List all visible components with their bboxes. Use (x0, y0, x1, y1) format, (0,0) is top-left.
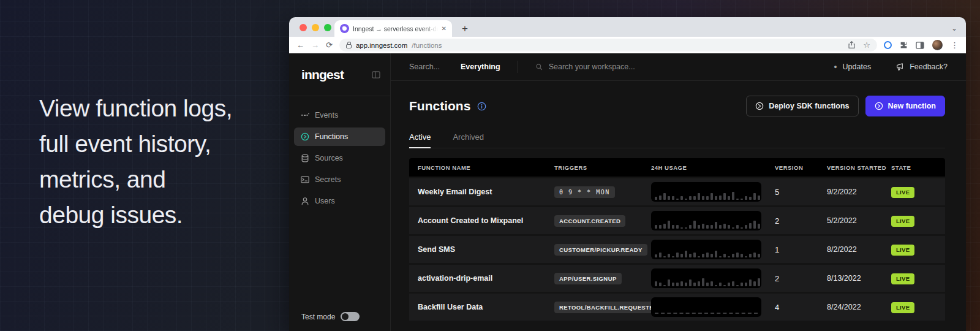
inngest-app: inngest Events Functions Sources (289, 53, 966, 331)
sidebar-item-label: Users (315, 197, 335, 205)
usage-chart (651, 268, 761, 288)
col-triggers: TRIGGERS (554, 164, 651, 171)
trigger-badge: CUSTOMER/PICKUP.READY (554, 244, 647, 256)
browser-menu-icon[interactable]: ⋮ (951, 40, 959, 50)
profile-avatar[interactable] (932, 40, 943, 50)
sidebar-item-functions[interactable]: Functions (294, 127, 385, 146)
feedback-link[interactable]: Feedback? (910, 63, 948, 71)
hero-headline: View function logs, full event history, … (39, 91, 232, 233)
new-tab-button[interactable]: + (462, 23, 468, 34)
browser-window: Inngest → serverless event-dri ✕ + ⌄ ← →… (289, 17, 966, 331)
usage-chart (651, 297, 761, 317)
browser-url-bar: ← → ⟳ app.inngest.com /functions ☆ ⋮ (289, 37, 966, 53)
trigger-badge: ACCOUNT.CREATED (554, 215, 625, 227)
url-domain: app.inngest.com (356, 42, 407, 49)
back-button[interactable]: ← (296, 41, 304, 49)
sidebar-item-label: Events (315, 111, 338, 120)
functions-table: FUNCTION NAME TRIGGERS 24H USAGE VERSION… (409, 158, 945, 321)
hero-line: metrics, and (39, 162, 232, 197)
table-row[interactable]: Weekly Email Digest 0 9 * * MON 5 9/2/20… (409, 178, 945, 205)
version-value: 2 (775, 216, 827, 226)
minimize-window-button[interactable] (312, 24, 319, 31)
tab-search-chevron-icon[interactable]: ⌄ (951, 25, 957, 32)
sidebar-item-secrets[interactable]: Secrets (294, 170, 385, 189)
usage-chart (651, 211, 761, 230)
trigger-badge: 0 9 * * MON (554, 186, 615, 198)
functions-icon (301, 132, 309, 141)
window-controls (300, 24, 331, 31)
app-sidebar: inngest Events Functions Sources (289, 53, 391, 331)
deploy-button-label: Deploy SDK functions (769, 102, 849, 110)
inngest-favicon-icon (340, 24, 349, 33)
version-started-value: 8/13/2022 (827, 274, 891, 283)
tab-title: Inngest → serverless event-dri (353, 25, 438, 32)
version-started-value: 9/2/2022 (827, 188, 891, 196)
deploy-icon (755, 102, 764, 110)
col-24h-usage: 24H USAGE (651, 164, 775, 171)
sidebar-item-users[interactable]: Users (294, 192, 385, 210)
table-row[interactable]: Account Created to Mixpanel ACCOUNT.CREA… (409, 207, 945, 234)
onepassword-icon[interactable] (884, 41, 892, 49)
updates-dot-icon: ● (834, 64, 837, 70)
table-row[interactable]: activation-drip-email APP/USER.SIGNUP 2 … (409, 265, 945, 292)
tab-active[interactable]: Active (409, 132, 431, 148)
marketing-scene: View function logs, full event history, … (0, 0, 980, 331)
sidebar-item-sources[interactable]: Sources (294, 149, 385, 167)
page-title: Functions (409, 99, 470, 113)
function-tabs: Active Archived (409, 132, 945, 148)
sidebar-item-events[interactable]: Events (294, 106, 385, 124)
table-row[interactable]: Backfill User Data RETOOL/BACKFILL.REQUE… (409, 294, 945, 321)
close-window-button[interactable] (300, 24, 307, 31)
browser-tab[interactable]: Inngest → serverless event-dri ✕ (334, 20, 452, 37)
deploy-sdk-functions-button[interactable]: Deploy SDK functions (746, 96, 858, 116)
col-function-name: FUNCTION NAME (409, 164, 554, 171)
version-value: 5 (775, 188, 827, 197)
table-row[interactable]: Send SMS CUSTOMER/PICKUP.READY 1 8/2/202… (409, 236, 945, 263)
version-value: 4 (775, 303, 827, 312)
search-scope[interactable]: Everything (461, 63, 500, 71)
extensions-puzzle-icon[interactable] (900, 41, 908, 49)
tab-archived[interactable]: Archived (453, 132, 484, 148)
share-icon[interactable] (848, 41, 856, 49)
sidebar-item-label: Sources (315, 154, 343, 162)
col-version-started: VERSION STARTED (827, 164, 891, 171)
url-path: /functions (412, 42, 442, 49)
app-main: Search... Everything ● Updates Feedback? (391, 53, 966, 331)
test-mode-label: Test mode (301, 313, 335, 321)
reload-button[interactable]: ⟳ (326, 41, 333, 49)
forward-button[interactable]: → (311, 41, 319, 49)
search-label[interactable]: Search... (409, 63, 440, 71)
users-icon (301, 197, 309, 205)
table-header: FUNCTION NAME TRIGGERS 24H USAGE VERSION… (409, 158, 945, 177)
hero-line: full event history, (39, 126, 232, 162)
sidebar-panel-icon[interactable] (916, 42, 924, 49)
col-state: STATE (891, 164, 945, 171)
zoom-window-button[interactable] (324, 24, 331, 31)
version-started-value: 8/2/2022 (827, 245, 891, 254)
state-badge: LIVE (891, 187, 914, 198)
new-function-button[interactable]: New function (865, 96, 945, 116)
usage-chart (651, 240, 761, 259)
sidebar-collapse-icon[interactable] (372, 71, 380, 78)
state-badge: LIVE (891, 273, 914, 284)
search-icon (535, 63, 543, 70)
test-mode-toggle[interactable] (341, 312, 360, 321)
browser-tab-strip: Inngest → serverless event-dri ✕ + ⌄ (289, 17, 966, 37)
new-function-button-label: New function (888, 102, 936, 110)
sidebar-item-label: Secrets (315, 175, 341, 184)
version-started-value: 8/24/2022 (827, 303, 891, 311)
bookmark-star-icon[interactable]: ☆ (863, 40, 870, 50)
usage-chart (651, 182, 761, 202)
address-bar[interactable]: app.inngest.com /functions ☆ (339, 39, 877, 51)
sidebar-nav: Events Functions Sources Secrets (289, 96, 390, 210)
info-icon[interactable] (477, 102, 486, 111)
updates-link[interactable]: Updates (843, 63, 872, 71)
hero-line: View function logs, (39, 91, 232, 126)
new-function-icon (875, 102, 883, 110)
state-badge: LIVE (891, 216, 914, 227)
version-value: 2 (775, 274, 827, 283)
tab-close-icon[interactable]: ✕ (442, 25, 447, 32)
version-started-value: 5/2/2022 (827, 216, 891, 225)
workspace-search-input[interactable] (549, 63, 684, 71)
function-name: Backfill User Data (409, 303, 554, 311)
